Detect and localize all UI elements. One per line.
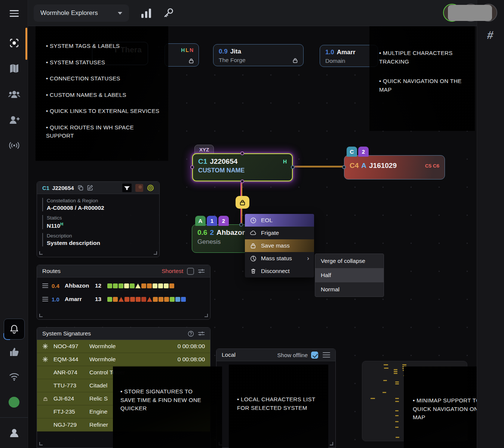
signature-row[interactable]: EQM-344 Wormhole 0 00:08:00 bbox=[37, 353, 210, 366]
show-offline-checkbox[interactable] bbox=[311, 352, 318, 359]
tag-h: H bbox=[181, 47, 185, 53]
sidebar-item-characters[interactable] bbox=[0, 113, 28, 127]
gauge-icon bbox=[250, 255, 256, 262]
sidebar-item-map-focus[interactable] bbox=[0, 36, 28, 50]
effect-ring-icon[interactable] bbox=[147, 184, 154, 191]
route-marker bbox=[158, 283, 163, 288]
annotation-line: • QUICK ROUTES IN WH SPACE SUPPORT bbox=[46, 123, 160, 140]
drag-handle-icon[interactable] bbox=[42, 297, 48, 301]
connector-dot-top[interactable] bbox=[240, 151, 244, 155]
panel-title: Routes bbox=[42, 268, 61, 274]
info-section-description: Description System description bbox=[42, 233, 159, 246]
menu-item-save-mass[interactable]: Save mass bbox=[245, 239, 314, 252]
person-add-icon bbox=[8, 114, 20, 126]
system-node-edge[interactable]: HLN bbox=[165, 43, 199, 67]
resize-handle[interactable] bbox=[154, 251, 157, 255]
route-marker bbox=[153, 283, 157, 288]
local-annotation: • LOCAL CHARACTERS LIST FOR SELECTED SYS… bbox=[229, 365, 328, 448]
signature-row[interactable]: NOO-497 Wormhole 0 00:08:00 bbox=[37, 340, 210, 353]
system-name: J220654 bbox=[210, 157, 237, 166]
lock-icon bbox=[292, 58, 298, 63]
resize-handle[interactable] bbox=[39, 251, 43, 255]
wormhole-class: C1 bbox=[198, 157, 207, 166]
menu-item-frigate[interactable]: Frigate bbox=[245, 227, 314, 239]
signature-settings-icon[interactable] bbox=[198, 331, 205, 337]
node-badge[interactable]: 2 bbox=[358, 147, 369, 157]
connector-dot-bottom[interactable] bbox=[240, 179, 244, 183]
route-settings-icon[interactable] bbox=[198, 268, 205, 274]
access-keys-button[interactable] bbox=[162, 7, 175, 19]
hamburger-icon bbox=[10, 10, 19, 17]
node-badge[interactable]: A bbox=[195, 216, 206, 226]
menu-item-disconnect[interactable]: Disconnect bbox=[245, 265, 314, 277]
route-marker bbox=[119, 297, 124, 302]
route-marker bbox=[125, 297, 129, 302]
ghost-node-thera: T Thera bbox=[92, 42, 148, 65]
connection-lock-badge[interactable] bbox=[236, 196, 249, 209]
people-group-icon bbox=[8, 89, 21, 100]
online-status-indicator[interactable] bbox=[9, 397, 19, 408]
connection-c1-c4[interactable] bbox=[295, 166, 344, 168]
shortest-checkbox[interactable] bbox=[187, 268, 194, 275]
statistics-button[interactable] bbox=[141, 8, 151, 18]
route-row-amarr[interactable]: 1.0 Amarr 13 bbox=[37, 294, 210, 304]
team-selector[interactable]: Wormhole Explorers bbox=[34, 4, 129, 22]
node-badge[interactable]: 1 bbox=[207, 216, 217, 226]
node-badge[interactable]: C bbox=[347, 147, 357, 157]
security-status: 0.6 bbox=[197, 228, 207, 237]
connector-dot-right[interactable] bbox=[291, 165, 295, 169]
sidebar-item-maps[interactable] bbox=[0, 61, 28, 76]
minimap-system-mark bbox=[396, 437, 399, 438]
tag-l: L bbox=[185, 47, 190, 53]
wifi-icon bbox=[8, 372, 20, 381]
main-menu-button[interactable] bbox=[0, 7, 28, 19]
route-marker bbox=[130, 283, 135, 288]
resize-handle[interactable] bbox=[39, 314, 43, 317]
resize-handle[interactable] bbox=[205, 314, 208, 317]
route-marker bbox=[164, 297, 169, 302]
lock-icon bbox=[250, 243, 256, 249]
system-info-header[interactable]: C1 J220654 bbox=[37, 182, 159, 194]
connector-dot-top[interactable] bbox=[239, 223, 243, 227]
wormhole-class: C1 bbox=[42, 185, 49, 191]
sidebar-item-groups[interactable] bbox=[0, 88, 28, 102]
resize-handle[interactable] bbox=[39, 442, 43, 445]
character-portrait[interactable] bbox=[135, 184, 143, 192]
sidebar-item-profile[interactable] bbox=[0, 426, 28, 441]
resize-handle[interactable] bbox=[330, 442, 333, 445]
local-menu-icon[interactable] bbox=[323, 352, 330, 358]
system-node-jita[interactable]: 0.9Jita The Forge bbox=[213, 44, 304, 66]
route-markers bbox=[107, 297, 186, 302]
sidebar-divider bbox=[0, 417, 28, 418]
left-sidebar bbox=[0, 0, 28, 448]
connector-dot-left[interactable] bbox=[190, 165, 194, 169]
connection-context-menu: EOL Frigate Save mass Mass status › Disc… bbox=[245, 214, 314, 277]
route-marker bbox=[170, 297, 175, 302]
system-node-selected[interactable]: C1 J220654 H CUSTOM NAME bbox=[192, 153, 293, 181]
copy-icon[interactable] bbox=[78, 185, 83, 191]
submenu-item-normal[interactable]: Normal bbox=[315, 282, 384, 297]
sidebar-item-connection[interactable] bbox=[0, 370, 28, 383]
menu-item-mass-status[interactable]: Mass status › bbox=[245, 252, 314, 265]
shortest-label: Shortest bbox=[162, 268, 183, 274]
grid-snap-button[interactable]: # bbox=[477, 28, 504, 42]
node-badge[interactable]: 2 bbox=[218, 216, 229, 226]
system-name: Jita bbox=[230, 48, 241, 55]
sidebar-item-likes[interactable] bbox=[0, 345, 28, 359]
connector-dot-left[interactable] bbox=[342, 165, 346, 169]
edit-icon[interactable] bbox=[87, 185, 93, 191]
route-marker bbox=[136, 297, 141, 302]
submenu-item-half[interactable]: Half bbox=[315, 268, 384, 282]
system-node-c4[interactable]: C 2 C4 A J161029 C5 C6 bbox=[344, 155, 445, 179]
route-row-ahbazon[interactable]: 0.4 Ahbazon 12 bbox=[37, 280, 210, 291]
help-icon[interactable] bbox=[188, 331, 194, 337]
dscan-icon[interactable] bbox=[122, 184, 132, 192]
drag-handle-icon[interactable] bbox=[42, 283, 48, 288]
sidebar-item-broadcast[interactable] bbox=[0, 138, 28, 153]
submenu-item-verge[interactable]: Verge of collapse bbox=[315, 254, 384, 268]
routes-panel: Routes Shortest 0.4 Ahbazon 12 1.0 Amarr… bbox=[37, 265, 210, 320]
sidebar-item-notifications[interactable] bbox=[4, 319, 25, 340]
route-marker bbox=[119, 283, 123, 288]
menu-item-eol[interactable]: EOL bbox=[245, 214, 314, 227]
route-marker bbox=[169, 283, 174, 288]
